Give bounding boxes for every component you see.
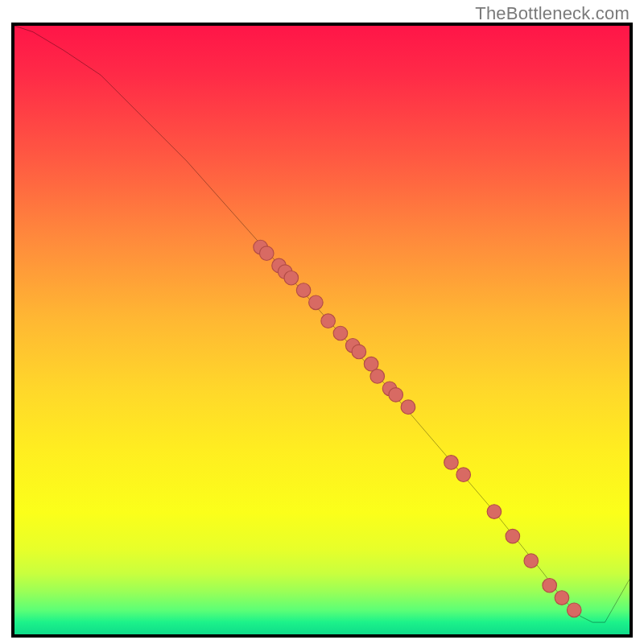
data-points [254,240,581,617]
data-point [352,345,366,359]
data-point [296,283,311,298]
data-point [487,505,502,519]
data-point [567,603,581,617]
data-point [456,468,471,482]
data-point [506,529,520,543]
chart-svg [14,26,630,638]
data-point [401,400,415,415]
data-point [333,326,348,341]
data-point [543,578,557,592]
data-point [321,314,336,328]
data-point [444,456,459,470]
data-point [524,554,539,568]
data-point [259,246,274,261]
chart-frame [11,23,633,638]
data-point [389,388,403,402]
watermark-text: TheBottleneck.com [475,3,630,24]
data-point [555,591,569,605]
data-point [284,270,299,285]
data-point [309,295,324,310]
data-point [370,369,385,384]
